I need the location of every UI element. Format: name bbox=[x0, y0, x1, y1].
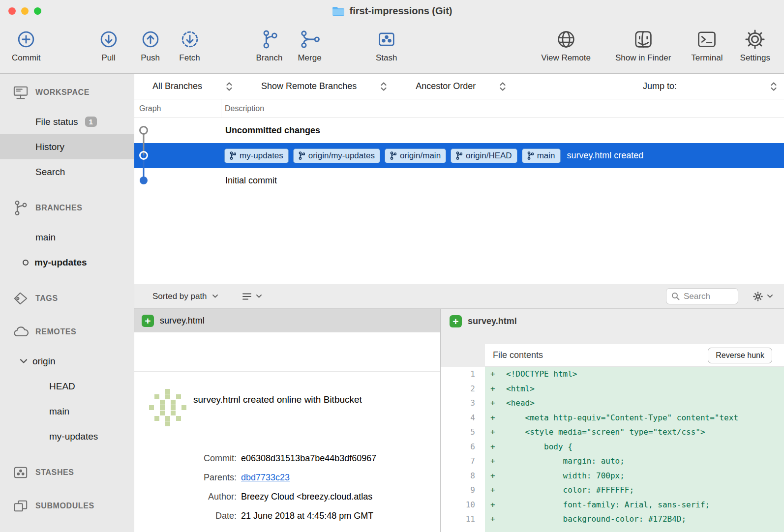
terminal-button[interactable]: Terminal bbox=[691, 28, 723, 63]
tags-section-header[interactable]: TAGS bbox=[0, 289, 134, 308]
diff-code: background-color: #172B4D; bbox=[506, 512, 686, 527]
commit-button[interactable]: Commit bbox=[12, 28, 41, 63]
search-placeholder: Search bbox=[684, 292, 710, 301]
submodules-section-header[interactable]: SUBMODULES bbox=[0, 496, 134, 516]
diff-code: body { bbox=[506, 440, 573, 454]
sidebar-item-search[interactable]: Search bbox=[0, 159, 134, 184]
sidebar-item-history[interactable]: History bbox=[0, 134, 134, 159]
commit-fields: Commit: e06308d31513ba7be44b3df60967 Par… bbox=[134, 449, 440, 526]
file-search-input[interactable]: Search bbox=[666, 288, 738, 304]
parents-row: Parents: dbd7733c23 bbox=[134, 468, 440, 487]
parent-hash-link[interactable]: dbd7733c23 bbox=[241, 473, 290, 483]
diff-code: <!DOCTYPE html> bbox=[506, 367, 577, 382]
branches-section-header[interactable]: BRANCHES bbox=[0, 198, 134, 218]
jump-to-select[interactable]: Jump to: bbox=[643, 81, 777, 91]
origin-label: origin bbox=[32, 356, 55, 367]
pill-label: my-updates bbox=[240, 151, 283, 161]
origin-main-label: main bbox=[49, 406, 69, 417]
updown-chevrons-icon bbox=[226, 82, 233, 91]
settings-button[interactable]: Settings bbox=[740, 28, 770, 63]
push-button[interactable]: Push bbox=[140, 28, 161, 63]
pull-button[interactable]: Pull bbox=[98, 28, 120, 63]
line-number: 1 bbox=[441, 367, 485, 382]
branch-label-origin-my-updates: origin/my-updates bbox=[293, 148, 380, 163]
zoom-window-button[interactable] bbox=[34, 7, 41, 15]
row-initial-commit[interactable]: Initial commit bbox=[134, 168, 784, 193]
chevron-down-icon bbox=[212, 294, 218, 298]
file-options-select[interactable] bbox=[752, 291, 773, 302]
branch-my-updates-label: my-updates bbox=[34, 257, 87, 268]
remotes-section-header[interactable]: REMOTES bbox=[0, 322, 134, 342]
line-number: 11 bbox=[441, 512, 485, 527]
branch-filter-select[interactable]: All Branches bbox=[152, 81, 233, 91]
view-remote-button[interactable]: View Remote bbox=[541, 28, 591, 63]
show-in-finder-button[interactable]: Show in Finder bbox=[615, 28, 671, 63]
stashes-section-header[interactable]: STASHES bbox=[0, 463, 134, 482]
ancestor-order-select[interactable]: Ancestor Order bbox=[416, 81, 506, 91]
close-window-button[interactable] bbox=[8, 7, 16, 15]
reverse-hunk-button[interactable]: Reverse hunk bbox=[708, 348, 772, 363]
show-in-finder-label: Show in Finder bbox=[615, 53, 671, 63]
content-area: All Branches Show Remote Branches Ancest… bbox=[134, 74, 784, 532]
stash-button[interactable]: Stash bbox=[376, 28, 397, 63]
finder-icon bbox=[633, 28, 654, 51]
branch-button[interactable]: Branch bbox=[256, 28, 283, 63]
diff-code: <style media="screen" type="text/css"> bbox=[506, 425, 705, 440]
sidebar-item-origin-main[interactable]: main bbox=[0, 399, 134, 424]
file-contents-label: File contents bbox=[493, 350, 543, 360]
diff-sign: + bbox=[485, 469, 506, 483]
diff-sign: + bbox=[485, 411, 506, 425]
selected-commit-message: survey.html created bbox=[567, 150, 644, 161]
branch-filter-value: All Branches bbox=[152, 81, 202, 91]
description-column-header[interactable]: Description bbox=[221, 99, 264, 118]
branches-icon bbox=[12, 200, 30, 216]
workspace-section-header[interactable]: WORKSPACE bbox=[0, 83, 134, 102]
commit-icon bbox=[15, 28, 37, 51]
row-selected-commit[interactable]: my-updates origin/my-updates origin/main… bbox=[134, 143, 784, 168]
diff-sign: + bbox=[485, 483, 506, 498]
history-label: History bbox=[35, 142, 64, 152]
commit-label: Commit bbox=[12, 53, 41, 63]
sidebar-item-origin-head[interactable]: HEAD bbox=[0, 374, 134, 399]
line-number: 8 bbox=[441, 469, 485, 483]
file-row-survey-html[interactable]: + survey.html bbox=[134, 309, 440, 332]
view-options-select[interactable] bbox=[242, 293, 262, 300]
fetch-button[interactable]: Fetch bbox=[179, 28, 201, 63]
sidebar-item-file-status[interactable]: File status 1 bbox=[0, 109, 134, 134]
stashes-title: STASHES bbox=[35, 468, 74, 477]
line-number: 6 bbox=[441, 440, 485, 454]
diff-sign: + bbox=[485, 425, 506, 440]
sidebar-item-branch-my-updates[interactable]: my-updates bbox=[0, 250, 134, 275]
main-area: WORKSPACE File status 1 History Search bbox=[0, 74, 784, 532]
merge-button[interactable]: Merge bbox=[298, 28, 321, 63]
author-row: Author: Breezy Cloud <breezy.cloud.atlas bbox=[134, 487, 440, 506]
search-label: Search bbox=[35, 167, 65, 177]
sidebar-item-origin-my-updates[interactable]: my-updates bbox=[0, 424, 134, 449]
diff-sign: + bbox=[485, 454, 506, 469]
stash-icon bbox=[376, 28, 397, 51]
diff-line: 6+ body { bbox=[441, 440, 784, 454]
initial-commit-label: Initial commit bbox=[225, 176, 277, 186]
settings-label: Settings bbox=[740, 53, 770, 63]
pull-icon bbox=[98, 28, 120, 51]
diff-sign: + bbox=[485, 382, 506, 396]
diff-line: 3+<head> bbox=[441, 396, 784, 411]
diff-code: width: 700px; bbox=[506, 469, 625, 483]
diff-line: 10+ font-family: Arial, sans-serif; bbox=[441, 498, 784, 512]
commit-details-pane: survey.html created online with Bitbucke… bbox=[134, 371, 440, 532]
gear-icon bbox=[744, 28, 766, 51]
push-icon bbox=[140, 28, 161, 51]
minimize-window-button[interactable] bbox=[21, 7, 29, 15]
folder-icon bbox=[332, 6, 345, 17]
sidebar-item-origin[interactable]: origin bbox=[0, 349, 134, 374]
graph-column-header[interactable]: Graph bbox=[134, 99, 221, 118]
file-status-label: File status bbox=[35, 117, 78, 127]
remote-branches-filter-select[interactable]: Show Remote Branches bbox=[261, 81, 387, 91]
sidebar-item-branch-main[interactable]: main bbox=[0, 225, 134, 250]
workspace-section: WORKSPACE File status 1 History Search bbox=[0, 83, 134, 184]
sort-by-path-select[interactable]: Sorted by path bbox=[152, 292, 218, 301]
row-uncommitted-changes[interactable]: Uncommitted changes bbox=[134, 118, 784, 143]
chevron-down-icon bbox=[20, 358, 28, 364]
workspace-title: WORKSPACE bbox=[35, 88, 90, 97]
commit-message-title: survey.html created online with Bitbucke… bbox=[193, 394, 362, 405]
